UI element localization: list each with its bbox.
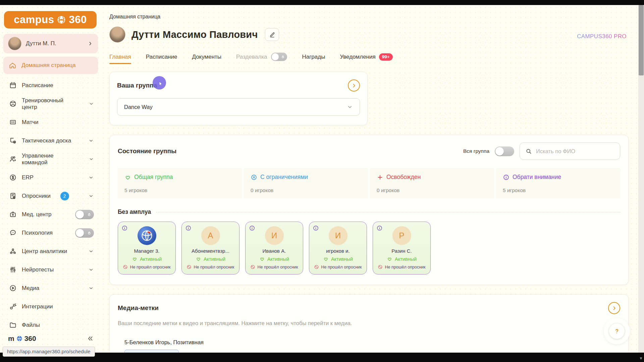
status-tile[interactable]: Общая группа 5 игроков bbox=[118, 168, 242, 198]
media-card-open-button[interactable] bbox=[608, 302, 620, 314]
group-status-card: Состояние группы Вся группа О bbox=[109, 135, 629, 285]
sidebar-item-label: Центр аналитики bbox=[22, 248, 67, 255]
ban-icon bbox=[378, 264, 383, 269]
lock-toggle[interactable] bbox=[75, 228, 94, 238]
group-card-open-button[interactable] bbox=[348, 79, 360, 92]
tab[interactable]: Раздевалка bbox=[236, 53, 287, 61]
sidebar-item[interactable]: Центр аналитики bbox=[3, 242, 98, 260]
sidebar-item[interactable]: Медиа bbox=[3, 279, 98, 297]
logo-number: 360 bbox=[69, 14, 87, 26]
group-card: Ваша группа Dance Way bbox=[109, 72, 368, 125]
group-select[interactable]: Dance Way bbox=[117, 98, 360, 116]
sidebar-item-label: Управление командой bbox=[22, 153, 78, 166]
info-icon[interactable] bbox=[121, 225, 128, 231]
status-tile[interactable]: Освобожден 0 игроков bbox=[370, 168, 494, 198]
status-tile[interactable]: Обрати внимание 5 игроков bbox=[496, 168, 620, 198]
sidebar-item-label: Матчи bbox=[22, 119, 39, 126]
toggle-knob bbox=[76, 210, 84, 219]
sidebar-item-label: Тактическая доска bbox=[22, 137, 71, 144]
player-name: Разин С. bbox=[391, 248, 412, 254]
ban-icon bbox=[186, 264, 192, 269]
sidebar-item[interactable]: Интеграции bbox=[3, 297, 98, 316]
sidebar-item[interactable]: ERP bbox=[3, 168, 98, 187]
sidebar-user[interactable]: Дутти М. П. bbox=[3, 34, 98, 53]
pencil-icon bbox=[269, 32, 275, 38]
info-icon[interactable] bbox=[376, 225, 383, 231]
sidebar-item-icon bbox=[9, 247, 17, 255]
chevron-down-icon bbox=[88, 193, 94, 199]
plan-badge: CAMPUS360 PRO bbox=[577, 33, 627, 40]
lock-toggle[interactable] bbox=[75, 210, 94, 219]
tab[interactable]: Главная bbox=[109, 54, 131, 60]
scrollbar-track[interactable] bbox=[638, 5, 644, 353]
player-name: Абонементвзр... bbox=[192, 248, 229, 254]
avatar bbox=[8, 37, 21, 50]
player-card[interactable]: А Абонементвзр... Активный Не прошёл опр… bbox=[181, 222, 239, 275]
media-card-title: Медиа-метки bbox=[118, 304, 159, 312]
heart-icon bbox=[323, 256, 329, 262]
info-icon[interactable] bbox=[249, 225, 255, 231]
sidebar-item-label: Нейротесты bbox=[22, 266, 54, 273]
edit-profile-button[interactable] bbox=[265, 28, 279, 41]
player-initial: Р bbox=[399, 231, 404, 240]
tab[interactable]: Награды bbox=[302, 54, 325, 60]
player-card[interactable]: Manager 3. Активный Не прошёл опросник bbox=[118, 222, 176, 275]
status-count: 5 игроков bbox=[124, 187, 235, 193]
sidebar-collapse-button[interactable] bbox=[87, 335, 94, 342]
media-tag-label: 5-Беленков Игорь, Позитивная bbox=[124, 339, 620, 346]
sidebar-item[interactable]: Расписание bbox=[3, 76, 98, 95]
tab-label: Раздевалка bbox=[236, 54, 267, 60]
sidebar-item[interactable]: Тренировочный центр bbox=[3, 95, 98, 113]
status-count: 0 игроков bbox=[251, 187, 361, 193]
sidebar-item[interactable]: Мед. центр bbox=[3, 205, 98, 224]
tab[interactable]: Расписание bbox=[146, 54, 177, 60]
player-card[interactable]: И Иванов А. Активный Не прошёл опросник bbox=[245, 222, 303, 275]
player-avatar: Р bbox=[392, 226, 411, 245]
info-icon[interactable] bbox=[185, 225, 192, 231]
help-button[interactable] bbox=[609, 323, 625, 339]
sidebar-item[interactable]: Психология bbox=[3, 224, 98, 242]
player-status: Активный bbox=[204, 256, 225, 262]
status-icon bbox=[503, 174, 509, 181]
group-card-title: Ваша группа bbox=[117, 82, 157, 89]
player-initial: А bbox=[208, 231, 213, 240]
search-input[interactable] bbox=[535, 148, 614, 155]
all-group-toggle[interactable] bbox=[495, 146, 514, 156]
player-card[interactable]: И игроков и. Активный Не прошёл опросник bbox=[309, 222, 367, 275]
ban-icon bbox=[123, 264, 128, 269]
sidebar-item-icon bbox=[9, 100, 17, 108]
player-initial: И bbox=[335, 231, 341, 240]
sidebar-item[interactable]: Опросники 2 bbox=[3, 187, 98, 205]
sidebar-item[interactable]: Тактическая доска bbox=[3, 131, 98, 150]
user-name: Дутти М. П. bbox=[26, 40, 56, 47]
sidebar-item-icon bbox=[9, 155, 17, 163]
sidebar-item-home[interactable]: Домашняя страница bbox=[3, 57, 98, 74]
status-icon bbox=[124, 174, 131, 181]
status-summary: Общая группа 5 игроков С ограничениями 0… bbox=[118, 168, 620, 198]
tab[interactable]: Документы bbox=[192, 54, 221, 60]
sidebar-item[interactable]: Нейротесты bbox=[3, 260, 98, 279]
sidebar-item-icon bbox=[9, 303, 17, 310]
player-avatar bbox=[138, 226, 156, 245]
status-tile[interactable]: С ограничениями 0 игроков bbox=[244, 168, 368, 198]
chevron-down-icon bbox=[88, 175, 94, 180]
player-card[interactable]: Р Разин С. Активный Не прошёл опросник bbox=[373, 222, 431, 275]
sidebar-item[interactable]: Файлы bbox=[3, 316, 98, 334]
sidebar-item-label: ERP bbox=[22, 174, 34, 181]
sidebar-item[interactable]: Матчи bbox=[3, 113, 98, 131]
scrollbar-down-arrow[interactable]: ▼ bbox=[639, 356, 643, 360]
player-name: игроков и. bbox=[326, 248, 350, 254]
toggle-knob bbox=[76, 229, 84, 237]
sidebar-item[interactable]: Управление командой bbox=[3, 150, 98, 168]
player-photo-globe-icon bbox=[140, 229, 154, 242]
lock-toggle[interactable] bbox=[271, 53, 287, 61]
player-list: Manager 3. Активный Не прошёл опросник bbox=[118, 222, 620, 275]
info-icon[interactable] bbox=[313, 225, 319, 231]
letterbox-bottom bbox=[0, 353, 644, 362]
player-note: Не прошёл опросник bbox=[130, 265, 170, 269]
heart-icon bbox=[196, 256, 201, 262]
app-logo[interactable]: campus 360 bbox=[4, 11, 97, 28]
scrollbar-thumb[interactable] bbox=[639, 5, 644, 75]
media-tag-time-chip[interactable]: 00:00:00-00:00:15 bbox=[124, 350, 179, 353]
tab[interactable]: Уведомления 99+ bbox=[340, 53, 392, 61]
